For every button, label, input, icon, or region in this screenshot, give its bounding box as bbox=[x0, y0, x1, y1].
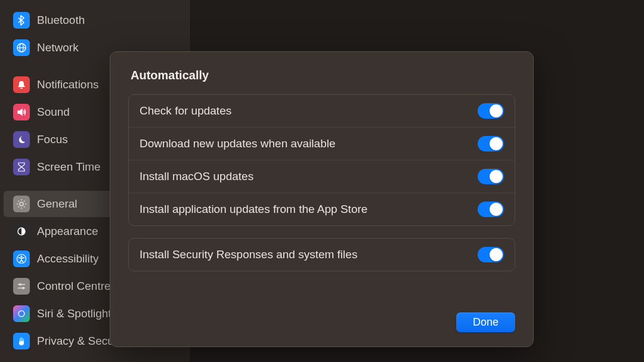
sidebar-item-label: Focus bbox=[37, 133, 68, 146]
automatic-updates-dialog: Automatically Check for updates Download… bbox=[110, 51, 534, 347]
speaker-icon bbox=[13, 104, 30, 120]
sidebar-item-bluetooth[interactable]: Bluetooth bbox=[4, 7, 187, 33]
toggle-download-updates[interactable] bbox=[478, 136, 504, 151]
sidebar-item-label: Control Centre bbox=[37, 280, 111, 293]
settings-group-1: Check for updates Download new updates w… bbox=[128, 94, 515, 226]
sidebar-item-label: Bluetooth bbox=[37, 14, 85, 27]
appearance-icon bbox=[13, 223, 30, 240]
row-install-macos: Install macOS updates bbox=[129, 160, 515, 193]
row-label: Install macOS updates bbox=[140, 170, 253, 183]
accessibility-icon bbox=[13, 250, 30, 267]
toggle-install-macos[interactable] bbox=[478, 169, 504, 184]
hourglass-icon bbox=[13, 159, 30, 175]
row-label: Download new updates when available bbox=[140, 137, 336, 150]
sidebar-item-label: Notifications bbox=[37, 78, 99, 91]
row-label: Check for updates bbox=[140, 104, 231, 117]
sidebar-item-label: Siri & Spotlight bbox=[37, 307, 112, 320]
sidebar-item-label: Screen Time bbox=[37, 160, 101, 174]
row-install-appstore: Install application updates from the App… bbox=[129, 193, 515, 225]
settings-group-2: Install Security Responses and system fi… bbox=[128, 238, 515, 271]
sidebar-item-label: General bbox=[37, 197, 78, 211]
bluetooth-icon bbox=[13, 12, 30, 29]
gear-icon bbox=[13, 196, 30, 212]
sidebar-item-label: Accessibility bbox=[37, 252, 98, 265]
sliders-icon bbox=[13, 278, 30, 295]
sidebar-item-label: Network bbox=[37, 41, 79, 54]
row-install-security: Install Security Responses and system fi… bbox=[129, 239, 515, 271]
hand-icon bbox=[13, 333, 30, 349]
toggle-check-for-updates[interactable] bbox=[478, 103, 504, 119]
sidebar-item-label: Sound bbox=[37, 106, 70, 119]
svg-point-3 bbox=[20, 202, 23, 206]
row-label: Install Security Responses and system fi… bbox=[140, 248, 357, 261]
siri-icon bbox=[13, 305, 30, 322]
bell-icon bbox=[13, 76, 30, 93]
svg-point-11 bbox=[18, 311, 24, 317]
row-check-for-updates: Check for updates bbox=[129, 95, 515, 128]
done-button[interactable]: Done bbox=[456, 313, 515, 332]
row-download-updates: Download new updates when available bbox=[129, 128, 515, 160]
svg-point-6 bbox=[21, 256, 23, 258]
globe-icon bbox=[13, 39, 30, 56]
moon-icon bbox=[13, 131, 30, 148]
svg-point-10 bbox=[22, 287, 24, 289]
row-label: Install application updates from the App… bbox=[140, 203, 367, 216]
dialog-title: Automatically bbox=[128, 69, 515, 82]
toggle-install-security[interactable] bbox=[478, 247, 504, 262]
svg-point-8 bbox=[19, 283, 21, 286]
sidebar-item-label: Appearance bbox=[37, 225, 98, 238]
toggle-install-appstore[interactable] bbox=[478, 202, 504, 217]
